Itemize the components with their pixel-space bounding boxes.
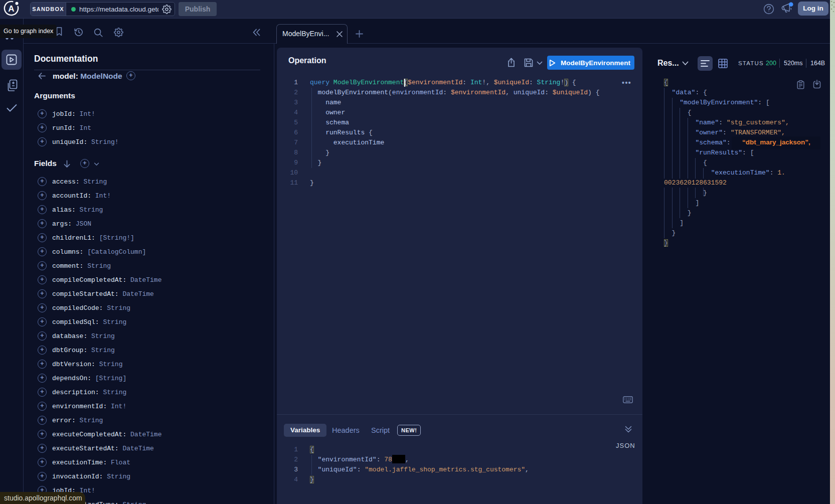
svg-text:A: A xyxy=(8,4,14,14)
